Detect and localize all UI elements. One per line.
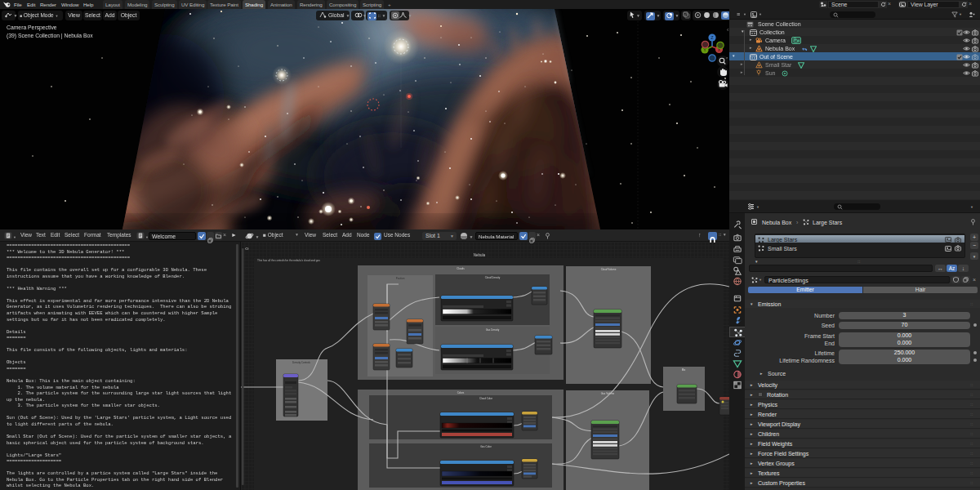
svg-text:Gas Color: Gas Color xyxy=(480,445,492,448)
svg-text:Cloud Volume: Cloud Volume xyxy=(601,268,617,271)
svg-text:Density Controls: Density Controls xyxy=(292,361,311,364)
svg-text:Colors: Colors xyxy=(457,391,465,394)
svg-text:Gas Density: Gas Density xyxy=(486,328,500,332)
svg-text:Gas Volume: Gas Volume xyxy=(601,392,615,395)
svg-text:Nebula: Nebula xyxy=(474,253,486,257)
svg-text:This has all the controls for: This has all the controls for the nebula… xyxy=(257,259,320,262)
svg-text:Mix: Mix xyxy=(682,368,686,372)
svg-text:Clouds: Clouds xyxy=(457,267,465,270)
svg-text:‹›: ‹› xyxy=(245,246,249,252)
svg-text:Cloud Color: Cloud Color xyxy=(479,397,492,400)
svg-text:Cloud Density: Cloud Density xyxy=(485,276,501,279)
svg-text:Position: Position xyxy=(396,277,405,280)
